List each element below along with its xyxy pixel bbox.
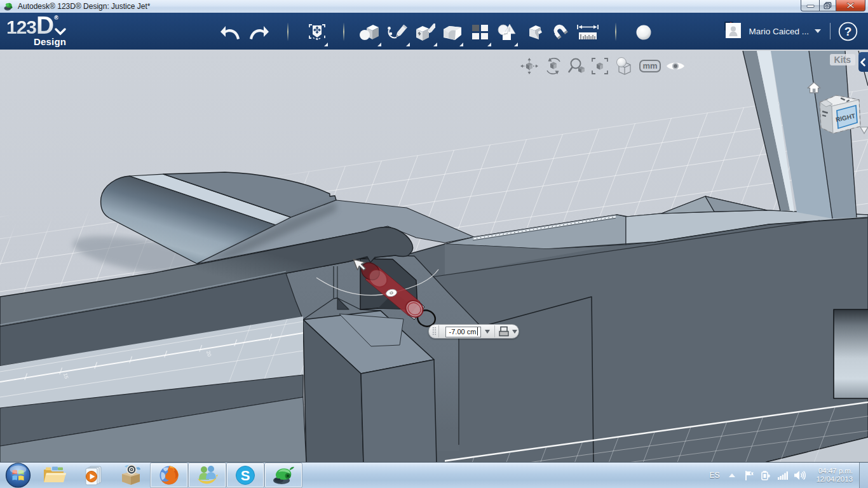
tray-time: 04:47 p.m. bbox=[816, 467, 853, 475]
units-badge[interactable]: mm bbox=[639, 60, 661, 72]
kits-panel-label[interactable]: Kits bbox=[830, 54, 855, 65]
messenger-button[interactable] bbox=[188, 463, 226, 488]
user-caret-icon[interactable] bbox=[815, 29, 821, 33]
dimension-input[interactable] bbox=[445, 327, 481, 337]
fillet-tool[interactable] bbox=[442, 22, 463, 43]
power-icon[interactable] bbox=[761, 470, 771, 481]
dimension-pill bbox=[428, 324, 519, 339]
cube-down-arrow[interactable] bbox=[860, 127, 868, 133]
tray-date: 12/04/2013 bbox=[816, 475, 853, 484]
action-center-icon[interactable] bbox=[745, 470, 755, 481]
flyout-corner-icon bbox=[406, 43, 410, 46]
help-glyph: ? bbox=[844, 25, 852, 38]
toolbar-divider bbox=[343, 23, 344, 41]
view-cube[interactable]: RIGHT bbox=[820, 95, 860, 133]
extrude-mode-dropdown-icon[interactable] bbox=[512, 330, 517, 334]
start-button[interactable] bbox=[0, 463, 36, 488]
main-toolbar: 123D® Design bbox=[0, 13, 868, 50]
measure-tool[interactable] bbox=[577, 22, 599, 43]
scene-canvas[interactable]: 1520 bbox=[0, 50, 868, 463]
flyout-corner-icon bbox=[433, 43, 437, 46]
flyout-corner-icon bbox=[487, 43, 491, 46]
view-toolbar: mm bbox=[520, 57, 690, 76]
pill-divider bbox=[494, 325, 495, 337]
sketch-tool[interactable] bbox=[386, 22, 408, 43]
pattern-tool[interactable] bbox=[470, 22, 491, 43]
app-icon bbox=[4, 3, 13, 11]
help-button[interactable]: ? bbox=[838, 22, 858, 41]
nozzle-panel bbox=[834, 309, 868, 398]
redo-button[interactable] bbox=[248, 22, 269, 43]
flyout-corner-icon bbox=[459, 43, 463, 46]
primitives-tool[interactable] bbox=[358, 22, 380, 43]
fit-icon[interactable] bbox=[591, 57, 609, 75]
taskbar: S ES bbox=[0, 462, 868, 488]
flyout-corner-icon bbox=[324, 43, 328, 46]
title-bar: Autodesk® 123D® Design: Justice Jet* bbox=[0, 0, 868, 13]
logo-chevron-icon[interactable] bbox=[55, 28, 66, 36]
window-title: Autodesk® 123D® Design: Justice Jet* bbox=[18, 2, 150, 11]
show-desktop-button[interactable] bbox=[859, 463, 868, 488]
tray-expand-icon[interactable] bbox=[728, 473, 736, 478]
media-player-button[interactable] bbox=[74, 463, 112, 488]
skype-button[interactable]: S bbox=[226, 463, 264, 488]
firefox-button[interactable] bbox=[150, 463, 188, 488]
construct-tool[interactable] bbox=[414, 22, 436, 43]
maximize-button[interactable] bbox=[819, 0, 836, 11]
flyout-corner-icon bbox=[377, 43, 381, 46]
toolbar-divider bbox=[615, 23, 616, 41]
hide-show-icon[interactable] bbox=[666, 60, 685, 72]
minimize-button[interactable] bbox=[801, 0, 819, 11]
pill-drag-handle[interactable] bbox=[432, 327, 437, 336]
flyout-corner-icon bbox=[514, 43, 518, 46]
volume-icon[interactable] bbox=[794, 470, 806, 480]
material-tool[interactable] bbox=[633, 22, 654, 43]
snap-tool[interactable] bbox=[525, 22, 546, 43]
user-avatar[interactable] bbox=[726, 23, 742, 39]
panel-collapse-button[interactable] bbox=[858, 52, 868, 72]
undo-button[interactable] bbox=[220, 22, 241, 43]
skype-letter: S bbox=[241, 468, 250, 484]
home-icon[interactable] bbox=[808, 83, 820, 93]
explorer-button[interactable] bbox=[36, 463, 74, 488]
app-logo-sub: Design bbox=[34, 36, 66, 47]
combine-tool[interactable] bbox=[496, 22, 518, 43]
tray-clock[interactable]: 04:47 p.m. 12/04/2013 bbox=[816, 467, 853, 484]
viewport[interactable]: 1520 bbox=[0, 50, 868, 463]
tray-language[interactable]: ES bbox=[709, 471, 719, 480]
extrude-mode-icon[interactable] bbox=[498, 326, 510, 337]
123d-design-button[interactable] bbox=[264, 463, 302, 488]
zoom-icon[interactable] bbox=[568, 57, 586, 75]
network-icon[interactable] bbox=[777, 471, 788, 480]
dimension-dropdown-icon[interactable] bbox=[485, 330, 490, 334]
user-name[interactable]: Mario Caiced ... bbox=[749, 27, 809, 36]
toolbar-divider bbox=[830, 23, 831, 39]
close-button[interactable] bbox=[836, 0, 865, 11]
orbit-icon[interactable] bbox=[544, 57, 563, 76]
display-style-icon[interactable] bbox=[614, 57, 633, 76]
pan-icon[interactable] bbox=[520, 57, 539, 75]
magnet-tool[interactable] bbox=[550, 22, 572, 43]
transform-tool[interactable] bbox=[306, 22, 328, 43]
block-right-face bbox=[361, 360, 437, 463]
text-caret bbox=[477, 327, 478, 336]
123d-box-button[interactable] bbox=[112, 463, 150, 488]
toolbar-divider bbox=[287, 23, 288, 41]
